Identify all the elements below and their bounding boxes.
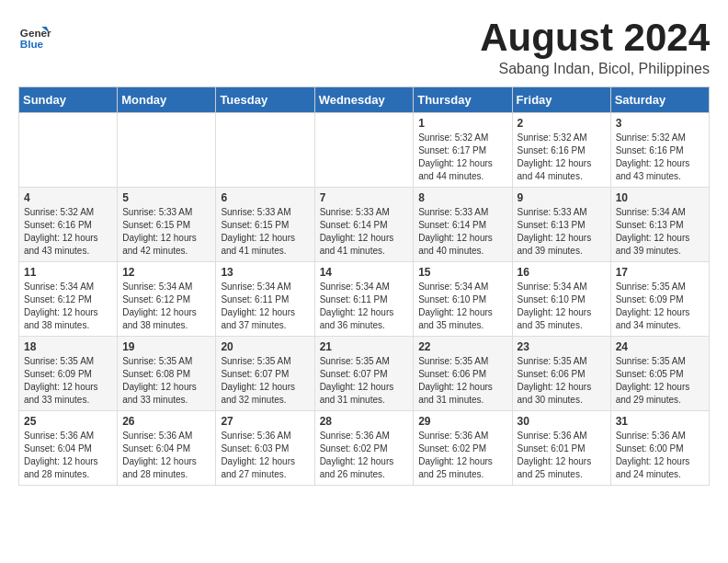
day-number: 2 xyxy=(518,117,606,130)
day-number: 25 xyxy=(24,415,112,428)
day-info: Sunrise: 5:35 AM Sunset: 6:07 PM Dayligh… xyxy=(320,355,409,407)
calendar-cell: 30Sunrise: 5:36 AM Sunset: 6:01 PM Dayli… xyxy=(512,411,610,486)
weekday-header-sunday: Sunday xyxy=(19,87,118,113)
day-info: Sunrise: 5:34 AM Sunset: 6:13 PM Dayligh… xyxy=(616,206,704,258)
day-info: Sunrise: 5:36 AM Sunset: 6:04 PM Dayligh… xyxy=(24,430,112,481)
day-info: Sunrise: 5:35 AM Sunset: 6:08 PM Dayligh… xyxy=(122,355,210,407)
day-number: 9 xyxy=(518,191,606,204)
day-info: Sunrise: 5:34 AM Sunset: 6:10 PM Dayligh… xyxy=(418,281,506,332)
day-info: Sunrise: 5:32 AM Sunset: 6:16 PM Dayligh… xyxy=(24,206,112,258)
calendar-cell: 4Sunrise: 5:32 AM Sunset: 6:16 PM Daylig… xyxy=(19,188,118,262)
calendar-cell: 10Sunrise: 5:34 AM Sunset: 6:13 PM Dayli… xyxy=(610,188,709,262)
day-info: Sunrise: 5:35 AM Sunset: 6:07 PM Dayligh… xyxy=(221,355,309,407)
logo-icon: General Blue xyxy=(18,18,51,52)
weekday-header-wednesday: Wednesday xyxy=(314,87,414,113)
calendar-week-4: 18Sunrise: 5:35 AM Sunset: 6:09 PM Dayli… xyxy=(19,337,710,411)
day-number: 29 xyxy=(418,415,506,428)
day-number: 27 xyxy=(221,415,309,428)
weekday-header-tuesday: Tuesday xyxy=(216,87,314,113)
day-number: 30 xyxy=(518,415,606,428)
calendar-cell: 25Sunrise: 5:36 AM Sunset: 6:04 PM Dayli… xyxy=(19,411,118,486)
weekday-header-thursday: Thursday xyxy=(414,87,512,113)
day-number: 6 xyxy=(221,191,309,204)
calendar-week-5: 25Sunrise: 5:36 AM Sunset: 6:04 PM Dayli… xyxy=(19,411,710,486)
day-number: 19 xyxy=(122,340,210,353)
day-info: Sunrise: 5:32 AM Sunset: 6:16 PM Dayligh… xyxy=(616,132,704,183)
day-number: 16 xyxy=(518,266,606,279)
day-info: Sunrise: 5:35 AM Sunset: 6:09 PM Dayligh… xyxy=(616,281,704,332)
weekday-header-friday: Friday xyxy=(512,87,610,113)
day-number: 21 xyxy=(320,340,409,353)
calendar-cell: 13Sunrise: 5:34 AM Sunset: 6:11 PM Dayli… xyxy=(216,262,314,337)
calendar-cell: 16Sunrise: 5:34 AM Sunset: 6:10 PM Dayli… xyxy=(512,262,610,337)
day-number: 24 xyxy=(616,340,704,353)
day-number: 3 xyxy=(616,117,704,130)
day-info: Sunrise: 5:35 AM Sunset: 6:06 PM Dayligh… xyxy=(418,355,506,407)
calendar-cell: 19Sunrise: 5:35 AM Sunset: 6:08 PM Dayli… xyxy=(118,337,216,411)
day-info: Sunrise: 5:34 AM Sunset: 6:12 PM Dayligh… xyxy=(122,281,210,332)
day-number: 18 xyxy=(24,340,112,353)
day-number: 12 xyxy=(122,266,210,279)
day-info: Sunrise: 5:36 AM Sunset: 6:02 PM Dayligh… xyxy=(320,430,409,481)
calendar-cell: 15Sunrise: 5:34 AM Sunset: 6:10 PM Dayli… xyxy=(414,262,512,337)
weekday-header-saturday: Saturday xyxy=(610,87,709,113)
day-number: 5 xyxy=(122,191,210,204)
calendar-cell: 23Sunrise: 5:35 AM Sunset: 6:06 PM Dayli… xyxy=(512,337,610,411)
calendar-cell: 9Sunrise: 5:33 AM Sunset: 6:13 PM Daylig… xyxy=(512,188,610,262)
day-number: 13 xyxy=(221,266,309,279)
calendar-cell: 18Sunrise: 5:35 AM Sunset: 6:09 PM Dayli… xyxy=(19,337,118,411)
day-number: 14 xyxy=(320,266,409,279)
day-info: Sunrise: 5:36 AM Sunset: 6:02 PM Dayligh… xyxy=(418,430,506,481)
day-number: 17 xyxy=(616,266,704,279)
day-info: Sunrise: 5:33 AM Sunset: 6:14 PM Dayligh… xyxy=(418,206,506,258)
calendar-cell: 12Sunrise: 5:34 AM Sunset: 6:12 PM Dayli… xyxy=(118,262,216,337)
calendar-cell: 21Sunrise: 5:35 AM Sunset: 6:07 PM Dayli… xyxy=(314,337,414,411)
calendar-week-3: 11Sunrise: 5:34 AM Sunset: 6:12 PM Dayli… xyxy=(19,262,710,337)
calendar-cell: 20Sunrise: 5:35 AM Sunset: 6:07 PM Dayli… xyxy=(216,337,314,411)
location-subtitle: Sabang Indan, Bicol, Philippines xyxy=(480,61,710,77)
logo: General Blue xyxy=(18,18,55,52)
day-number: 26 xyxy=(122,415,210,428)
day-info: Sunrise: 5:34 AM Sunset: 6:11 PM Dayligh… xyxy=(221,281,309,332)
calendar-week-1: 1Sunrise: 5:32 AM Sunset: 6:17 PM Daylig… xyxy=(19,113,710,188)
calendar-cell: 22Sunrise: 5:35 AM Sunset: 6:06 PM Dayli… xyxy=(414,337,512,411)
calendar-week-2: 4Sunrise: 5:32 AM Sunset: 6:16 PM Daylig… xyxy=(19,188,710,262)
day-info: Sunrise: 5:33 AM Sunset: 6:14 PM Dayligh… xyxy=(320,206,409,258)
calendar-cell: 1Sunrise: 5:32 AM Sunset: 6:17 PM Daylig… xyxy=(414,113,512,188)
day-info: Sunrise: 5:32 AM Sunset: 6:16 PM Dayligh… xyxy=(518,132,606,183)
day-number: 23 xyxy=(518,340,606,353)
day-number: 28 xyxy=(320,415,409,428)
day-number: 20 xyxy=(221,340,309,353)
calendar-cell: 3Sunrise: 5:32 AM Sunset: 6:16 PM Daylig… xyxy=(610,113,709,188)
day-info: Sunrise: 5:34 AM Sunset: 6:11 PM Dayligh… xyxy=(320,281,409,332)
calendar-cell: 17Sunrise: 5:35 AM Sunset: 6:09 PM Dayli… xyxy=(610,262,709,337)
day-info: Sunrise: 5:36 AM Sunset: 6:04 PM Dayligh… xyxy=(122,430,210,481)
day-info: Sunrise: 5:35 AM Sunset: 6:05 PM Dayligh… xyxy=(616,355,704,407)
calendar-cell: 11Sunrise: 5:34 AM Sunset: 6:12 PM Dayli… xyxy=(19,262,118,337)
calendar-table: SundayMondayTuesdayWednesdayThursdayFrid… xyxy=(18,86,710,486)
day-info: Sunrise: 5:36 AM Sunset: 6:01 PM Dayligh… xyxy=(518,430,606,481)
day-number: 10 xyxy=(616,191,704,204)
day-info: Sunrise: 5:33 AM Sunset: 6:15 PM Dayligh… xyxy=(221,206,309,258)
calendar-cell: 29Sunrise: 5:36 AM Sunset: 6:02 PM Dayli… xyxy=(414,411,512,486)
day-info: Sunrise: 5:35 AM Sunset: 6:06 PM Dayligh… xyxy=(518,355,606,407)
day-info: Sunrise: 5:34 AM Sunset: 6:12 PM Dayligh… xyxy=(24,281,112,332)
weekday-header-row: SundayMondayTuesdayWednesdayThursdayFrid… xyxy=(19,87,710,113)
calendar-cell: 28Sunrise: 5:36 AM Sunset: 6:02 PM Dayli… xyxy=(314,411,414,486)
day-info: Sunrise: 5:32 AM Sunset: 6:17 PM Dayligh… xyxy=(418,132,506,183)
day-info: Sunrise: 5:33 AM Sunset: 6:13 PM Dayligh… xyxy=(518,206,606,258)
calendar-cell xyxy=(314,113,414,188)
day-info: Sunrise: 5:36 AM Sunset: 6:00 PM Dayligh… xyxy=(616,430,704,481)
calendar-cell xyxy=(19,113,118,188)
weekday-header-monday: Monday xyxy=(118,87,216,113)
calendar-cell: 24Sunrise: 5:35 AM Sunset: 6:05 PM Dayli… xyxy=(610,337,709,411)
day-info: Sunrise: 5:33 AM Sunset: 6:15 PM Dayligh… xyxy=(122,206,210,258)
calendar-cell: 31Sunrise: 5:36 AM Sunset: 6:00 PM Dayli… xyxy=(610,411,709,486)
day-number: 1 xyxy=(418,117,506,130)
page-header: General Blue August 2024 Sabang Indan, B… xyxy=(18,18,710,77)
day-number: 4 xyxy=(24,191,112,204)
calendar-cell: 26Sunrise: 5:36 AM Sunset: 6:04 PM Dayli… xyxy=(118,411,216,486)
day-number: 8 xyxy=(418,191,506,204)
day-number: 7 xyxy=(320,191,409,204)
calendar-cell: 8Sunrise: 5:33 AM Sunset: 6:14 PM Daylig… xyxy=(414,188,512,262)
